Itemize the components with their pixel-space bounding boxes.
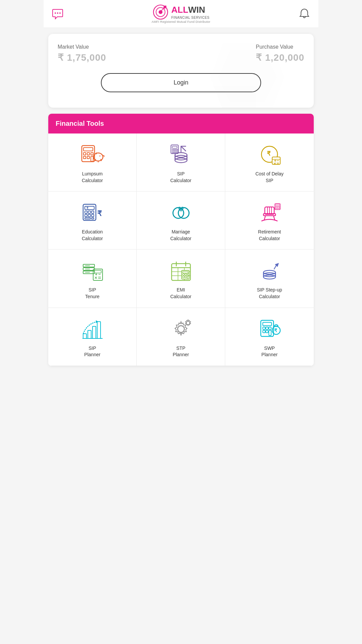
svg-rect-69 (277, 208, 278, 209)
tool-cost-of-delay-sip[interactable]: ₹ Cost of DelaySIP (225, 133, 314, 192)
svg-point-2 (59, 12, 61, 14)
svg-rect-15 (83, 156, 86, 159)
logo-subtitle: FINANCIAL SERVICES (171, 16, 209, 19)
svg-rect-113 (263, 322, 272, 326)
svg-point-19 (99, 155, 100, 156)
svg-text:₹: ₹ (86, 207, 88, 210)
svg-rect-14 (91, 153, 93, 155)
svg-rect-118 (266, 330, 268, 333)
banner-bg (174, 41, 314, 108)
chat-button[interactable] (50, 6, 65, 21)
svg-text:₹: ₹ (97, 209, 102, 218)
tool-sip-tenure[interactable]: SIPTenure (48, 250, 137, 308)
svg-rect-52 (92, 218, 94, 219)
svg-rect-70 (279, 208, 280, 209)
stp-planner-label: STPPlanner (173, 345, 189, 358)
svg-rect-116 (269, 327, 271, 329)
tool-sip-stepup-calculator[interactable]: SIP Step-upCalculator (225, 250, 314, 308)
tool-education-calculator[interactable]: ₹ ₹ EducationCalculator (48, 192, 137, 250)
sip-planner-label: SIPPlanner (84, 345, 100, 358)
tool-swp-planner[interactable]: ₹ SWPPlanner (225, 308, 314, 366)
svg-rect-47 (92, 211, 94, 213)
logo-tagline: AMFI Registered Mutual Fund Distributor (152, 20, 210, 23)
tool-lumpsum-calculator[interactable]: LumpsumCalculator (48, 133, 137, 192)
svg-rect-11 (83, 148, 93, 151)
svg-rect-65 (276, 206, 277, 207)
svg-rect-117 (263, 330, 265, 333)
svg-rect-67 (279, 206, 280, 207)
svg-rect-17 (91, 156, 93, 161)
marriage-label: MarriageCalculator (170, 229, 191, 242)
svg-rect-12 (83, 153, 86, 155)
sip-label: SIPCalculator (170, 171, 191, 184)
cost-delay-icon: ₹ (256, 142, 283, 167)
sip-tenure-icon (79, 258, 106, 283)
education-label: EducationCalculator (82, 229, 103, 242)
logo-icon (153, 4, 169, 20)
sip-stepup-icon (256, 258, 283, 283)
svg-rect-51 (85, 218, 90, 219)
svg-point-5 (159, 10, 163, 14)
tool-emi-calculator[interactable]: EMICalculator (137, 250, 225, 308)
svg-rect-46 (88, 211, 90, 213)
education-icon: ₹ ₹ (79, 200, 106, 225)
svg-rect-16 (87, 156, 89, 159)
svg-point-122 (275, 325, 278, 327)
marriage-icon (168, 200, 194, 225)
svg-rect-68 (276, 208, 277, 209)
app-header: ALLWIN FINANCIAL SERVICES AMFI Registere… (44, 0, 318, 28)
tools-header: Financial Tools (48, 114, 314, 133)
tool-stp-planner[interactable]: STPPlanner (137, 308, 225, 366)
svg-rect-49 (88, 214, 90, 217)
sip-planner-icon (79, 316, 106, 341)
svg-rect-45 (85, 211, 87, 213)
tools-header-text: Financial Tools (56, 120, 104, 127)
tool-sip-calculator[interactable]: SIPCalculator (137, 133, 225, 192)
svg-rect-26 (174, 149, 176, 151)
bell-button[interactable] (297, 6, 312, 21)
svg-rect-78 (95, 270, 101, 273)
banner-card: Market Value ₹ 1,75,000 Purchase Value ₹… (48, 34, 314, 108)
retirement-label: RetirementCalculator (258, 229, 281, 242)
svg-rect-27 (176, 149, 178, 151)
logo-win: WIN (188, 5, 205, 15)
sip-icon (168, 142, 194, 167)
app-logo: ALLWIN FINANCIAL SERVICES AMFI Registere… (152, 4, 210, 23)
svg-rect-107 (93, 326, 96, 338)
stp-planner-icon (168, 316, 194, 341)
emi-icon (168, 258, 194, 283)
svg-rect-106 (88, 330, 91, 338)
svg-rect-64 (276, 204, 280, 206)
svg-rect-105 (83, 334, 86, 338)
tool-sip-planner[interactable]: SIPPlanner (48, 308, 137, 366)
sip-tenure-label: SIPTenure (85, 287, 100, 300)
svg-rect-13 (87, 153, 89, 155)
svg-point-110 (178, 326, 184, 332)
svg-point-1 (57, 12, 58, 14)
lumpsum-label: LumpsumCalculator (82, 171, 103, 184)
svg-rect-50 (92, 214, 94, 217)
svg-point-111 (186, 321, 190, 325)
svg-rect-108 (97, 322, 101, 338)
logo-all: ALL (171, 5, 188, 15)
swp-planner-icon: ₹ (256, 316, 283, 341)
svg-text:₹: ₹ (267, 150, 271, 157)
svg-rect-30 (176, 152, 178, 153)
cost-delay-label: Cost of DelaySIP (255, 171, 284, 184)
svg-text:₹: ₹ (274, 328, 277, 333)
tool-retirement-calculator[interactable]: RetirementCalculator (225, 192, 314, 250)
sip-stepup-label: SIP Step-upCalculator (257, 287, 282, 300)
tool-marriage-calculator[interactable]: MarriageCalculator (137, 192, 225, 250)
svg-rect-28 (172, 152, 174, 153)
svg-rect-25 (172, 149, 174, 151)
svg-rect-24 (172, 146, 177, 148)
svg-rect-48 (85, 214, 87, 217)
svg-rect-66 (277, 206, 278, 207)
swp-planner-label: SWPPlanner (261, 345, 278, 358)
retirement-icon (256, 200, 283, 225)
market-value-block: Market Value ₹ 1,75,000 (58, 44, 106, 63)
emi-label: EMICalculator (170, 287, 191, 300)
financial-tools-section: Financial Tools (48, 114, 314, 366)
svg-point-0 (55, 12, 56, 14)
svg-rect-114 (263, 327, 265, 329)
